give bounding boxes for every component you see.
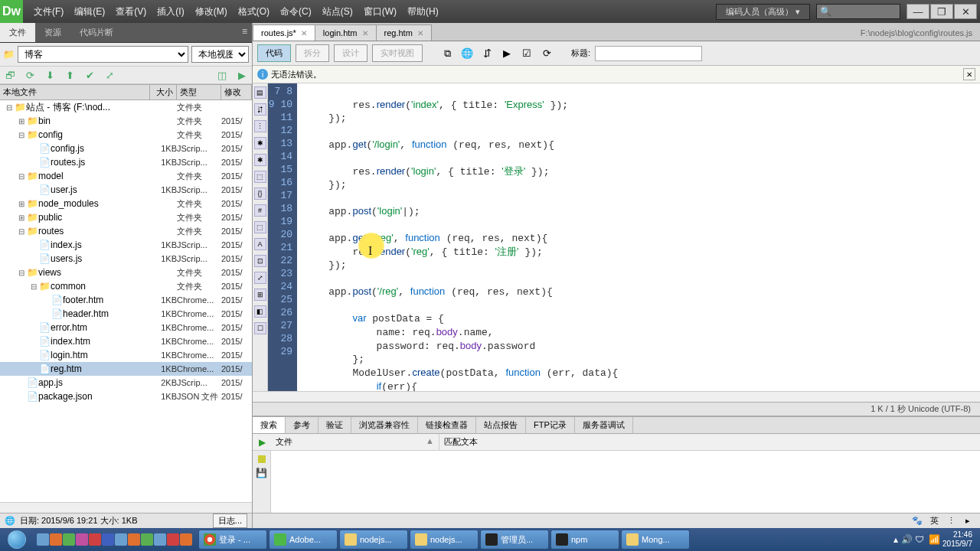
si-11[interactable]: ⊡ [254, 255, 266, 267]
panel-menu-icon[interactable]: ≡ [237, 23, 252, 42]
tree-row[interactable]: 📄app.js2KBJScrip...2015/ [0, 376, 252, 390]
search-input[interactable]: 🔍 [816, 4, 900, 19]
si-14[interactable]: ◧ [254, 305, 266, 318]
connect-icon[interactable]: 🗗 [3, 68, 17, 82]
tree-row[interactable]: 📄user.js1KBJScrip...2015/ [0, 183, 252, 197]
tree-row[interactable]: ⊟📁views文件夹2015/ [0, 266, 252, 279]
tray-icon[interactable]: 🔊 [901, 534, 912, 545]
taskbar-item[interactable]: Adobe... [269, 530, 338, 549]
ql-icon[interactable] [154, 533, 166, 546]
tree-row[interactable]: 📄footer.htm1KBChrome...2015/ [0, 293, 252, 307]
bottom-tab[interactable]: 站点报告 [476, 417, 526, 433]
view-live-button[interactable]: 实时视图 [372, 44, 423, 62]
checkout-icon[interactable]: ✔ [83, 68, 96, 82]
tree-row[interactable]: ⊟📁model文件夹2015/ [0, 169, 252, 183]
tree-row[interactable]: ⊟📁config文件夹2015/ [0, 128, 252, 142]
stop-icon[interactable] [258, 455, 266, 463]
menu-item[interactable]: 站点(S) [318, 2, 358, 21]
ql-icon[interactable] [141, 533, 153, 546]
start-button[interactable] [3, 530, 31, 549]
vr-globe-icon[interactable]: 🌐 [459, 46, 475, 61]
tray-more-icon[interactable]: ⋮ [945, 515, 957, 527]
tree-hscroll[interactable] [0, 502, 252, 513]
view-code-button[interactable]: 代码 [257, 44, 291, 62]
tray-icon[interactable]: 🛡 [915, 534, 926, 545]
taskbar-item[interactable]: nodejs... [410, 530, 479, 549]
si-1[interactable]: ▤ [254, 86, 266, 99]
collapse-icon[interactable]: ▶ [235, 68, 249, 82]
tree-row[interactable]: 📄users.js1KBJScrip...2015/ [0, 252, 252, 266]
si-15[interactable]: ☐ [254, 322, 266, 334]
bp-col-file[interactable]: 文件 ▲ [271, 434, 439, 450]
tree-row[interactable]: ⊞📁node_modules文件夹2015/ [0, 197, 252, 210]
tab-snippets[interactable]: 代码片断 [70, 23, 122, 42]
tree-row[interactable]: 📄routes.js1KBJScrip...2015/ [0, 155, 252, 169]
tree-row[interactable]: ⊞📁bin文件夹2015/ [0, 114, 252, 128]
tab-close-icon[interactable]: ✕ [362, 29, 368, 37]
bottom-tab[interactable]: 服务器调试 [575, 417, 633, 433]
si-5[interactable]: ✱ [254, 154, 266, 166]
tab-files[interactable]: 文件 [0, 23, 35, 42]
tray-up-icon[interactable]: ▴ [893, 534, 898, 545]
ql-icon[interactable] [180, 533, 192, 546]
vr-refresh-icon[interactable]: ⟳ [539, 46, 554, 61]
tree-row[interactable]: ⊞📁public文件夹2015/ [0, 210, 252, 224]
si-9[interactable]: ⬚ [254, 221, 266, 233]
taskbar-item[interactable]: 管理员... [480, 530, 549, 549]
document-tab[interactable]: login.htm✕ [315, 24, 377, 41]
file-tree[interactable]: ⊟📁站点 - 博客 (F:\nod...文件夹⊞📁bin文件夹2015/⊟📁co… [0, 100, 252, 502]
bottom-tab[interactable]: 搜索 [253, 417, 286, 433]
tree-row[interactable]: 📄package.json1KBJSON 文件2015/ [0, 390, 252, 403]
view-split-button[interactable]: 拆分 [296, 44, 329, 62]
menu-item[interactable]: 修改(M) [191, 2, 232, 21]
si-6[interactable]: ⬚ [254, 171, 266, 183]
bottom-tab[interactable]: FTP记录 [526, 417, 575, 433]
ql-icon[interactable] [115, 533, 127, 546]
ql-icon[interactable] [63, 533, 75, 546]
tray-arrow-icon[interactable]: ▸ [962, 515, 974, 527]
tree-row[interactable]: ⊟📁common文件夹2015/ [0, 279, 252, 293]
ql-icon[interactable] [76, 533, 88, 546]
tree-row[interactable]: 📄login.htm1KBChrome...2015/ [0, 348, 252, 362]
menu-item[interactable]: 窗口(W) [359, 2, 401, 21]
taskbar-item[interactable]: npm [550, 530, 619, 549]
si-4[interactable]: ✱ [254, 137, 266, 149]
tab-close-icon[interactable]: ✕ [417, 29, 423, 37]
taskbar-item[interactable]: nodejs... [339, 530, 408, 549]
bp-col-match[interactable]: 匹配文本 [439, 434, 980, 450]
si-2[interactable]: ⮃ [254, 103, 266, 116]
refresh-icon[interactable]: ⟳ [23, 68, 37, 82]
tree-row[interactable]: ⊟📁routes文件夹2015/ [0, 224, 252, 238]
tab-assets[interactable]: 资源 [35, 23, 70, 42]
sync-icon[interactable]: ⤢ [103, 68, 116, 82]
si-8[interactable]: # [254, 204, 266, 217]
tree-row[interactable]: 📄reg.htm1KBChrome...2015/ [0, 362, 252, 376]
code-editor[interactable]: res.render('index', { title: 'Express' }… [297, 83, 980, 391]
menu-item[interactable]: 插入(I) [152, 2, 188, 21]
view-selector[interactable]: 本地视图 [191, 46, 249, 63]
si-10[interactable]: A [254, 238, 266, 250]
menu-item[interactable]: 编辑(E) [70, 2, 109, 21]
tree-row[interactable]: 📄index.htm1KBChrome...2015/ [0, 334, 252, 348]
tray-paw-icon[interactable]: 🐾 [911, 515, 923, 527]
expand-icon[interactable]: ◫ [215, 68, 229, 82]
tree-row[interactable]: 📄config.js1KBJScrip...2015/ [0, 142, 252, 155]
editor-hscroll[interactable] [253, 391, 980, 402]
vr-icon-5[interactable]: ☑ [519, 46, 534, 61]
bottom-tab[interactable]: 参考 [286, 417, 318, 433]
site-selector[interactable]: 博客 [18, 46, 188, 63]
put-icon[interactable]: ⬆ [63, 68, 77, 82]
ql-icon[interactable] [37, 533, 49, 546]
tray-icon[interactable]: 📶 [929, 534, 939, 545]
ql-icon[interactable] [128, 533, 140, 546]
globe-icon[interactable]: 🌐 [5, 516, 15, 526]
layout-selector[interactable]: 编码人员（高级） ▾ [716, 4, 810, 20]
tree-row[interactable]: ⊟📁站点 - 博客 (F:\nod...文件夹 [0, 100, 252, 114]
play-icon[interactable]: ▶ [259, 437, 266, 448]
bottom-tab[interactable]: 链接检查器 [418, 417, 476, 433]
menu-item[interactable]: 查看(V) [111, 2, 151, 21]
ql-icon[interactable] [89, 533, 101, 546]
menu-item[interactable]: 文件(F) [29, 2, 68, 21]
get-icon[interactable]: ⬇ [43, 68, 57, 82]
ql-icon[interactable] [50, 533, 62, 546]
